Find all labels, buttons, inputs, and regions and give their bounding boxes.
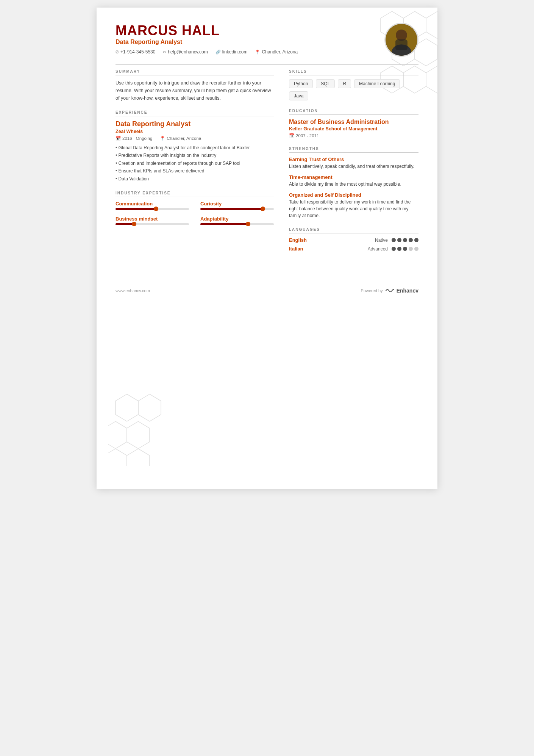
expertise-business-track	[116, 223, 189, 225]
exp-meta: 📅 2016 - Ongoing 📍 Chandler, Arizona	[116, 136, 274, 141]
experience-label: EXPERIENCE	[116, 110, 274, 114]
expertise-adaptability-dot	[246, 222, 250, 226]
strengths-divider	[289, 152, 418, 153]
footer-brand: Powered by Enhancv	[361, 288, 418, 294]
expertise-communication-label: Communication	[116, 201, 189, 207]
link-icon: 🔗	[215, 50, 221, 55]
edu-years: 📅 2007 - 2011	[289, 133, 418, 138]
expertise-adaptability-label: Adaptability	[200, 216, 274, 222]
education-section: EDUCATION Master of Business Administrat…	[289, 109, 418, 138]
svg-marker-14	[127, 449, 150, 466]
expertise-business: Business mindset	[116, 216, 189, 225]
footer-website: www.enhancv.com	[116, 288, 150, 293]
svg-marker-13	[108, 449, 127, 466]
education-divider	[289, 114, 418, 115]
svg-rect-18	[395, 39, 408, 50]
expertise-curiosity-fill	[200, 208, 263, 210]
lang-english-name: English	[289, 237, 319, 243]
expertise-communication-fill	[116, 208, 156, 210]
dot-2	[397, 238, 401, 242]
dot-5	[414, 238, 418, 242]
left-column: SUMMARY Use this opportunity to intrigue…	[116, 69, 274, 260]
strengths-label: STRENGTHS	[289, 147, 418, 151]
dot-1	[392, 238, 396, 242]
dot-i2	[397, 247, 401, 251]
summary-label: SUMMARY	[116, 69, 274, 74]
expertise-communication: Communication	[116, 201, 189, 210]
skill-java: Java	[289, 91, 308, 100]
industry-expertise-divider	[116, 197, 274, 197]
header: MARCUS HALL Data Reporting Analyst ✆ +1-…	[116, 23, 418, 57]
powered-by-text: Powered by	[361, 288, 383, 293]
strength-organized: Organized and Self Disciplined Take full…	[289, 192, 418, 219]
svg-marker-10	[138, 394, 161, 421]
contact-location: 📍 Chandler, Arizona	[255, 49, 298, 55]
skills-tags: Python SQL R Machine Learning Java	[289, 79, 418, 100]
strength-time-desc: Able to divide my time in the most optim…	[289, 181, 418, 188]
expertise-business-label: Business mindset	[116, 216, 189, 222]
exp-bullet-5: Data Validation	[116, 175, 274, 183]
skill-r: R	[338, 79, 351, 88]
lang-english-level: Native	[363, 238, 388, 243]
edu-degree: Master of Business Administration	[289, 119, 418, 125]
strength-trust-desc: Listen attentively, speak candidly, and …	[289, 163, 418, 170]
brand-name: Enhancv	[397, 288, 418, 294]
lang-english-dots	[392, 238, 418, 242]
contact-email: ✉ help@enhancv.com	[163, 49, 208, 55]
exp-date: 📅 2016 - Ongoing	[116, 136, 152, 141]
brand-logo-icon	[385, 288, 394, 294]
strengths-section: STRENGTHS Earning Trust of Others Listen…	[289, 147, 418, 219]
exp-job-title: Data Reporting Analyst	[116, 120, 274, 128]
exp-company: Zeal Wheels	[116, 129, 274, 134]
expertise-communication-track	[116, 208, 189, 210]
lang-italian-name: Italian	[289, 246, 319, 252]
skill-ml: Machine Learning	[354, 79, 400, 88]
email-icon: ✉	[163, 50, 166, 55]
strength-time-title: Time-management	[289, 174, 418, 180]
strength-trust-title: Earning Trust of Others	[289, 157, 418, 162]
avatar-image	[386, 24, 417, 56]
expertise-business-dot	[132, 222, 136, 226]
lang-english-level-wrap: Native	[319, 238, 418, 243]
experience-section: EXPERIENCE Data Reporting Analyst Zeal W…	[116, 110, 274, 183]
education-label: EDUCATION	[289, 109, 418, 113]
exp-bullet-3: Creation and implementation of reports t…	[116, 160, 274, 167]
dot-i1	[392, 247, 396, 251]
languages-label: LANGUAGES	[289, 227, 418, 232]
exp-bullet-1: Global Data Reporting Analyst for all th…	[116, 144, 274, 152]
exp-bullet-4: Ensure that KPIs and SLAs were delivered	[116, 167, 274, 175]
lang-italian-level: Advanced	[363, 246, 388, 252]
lang-italian-level-wrap: Advanced	[319, 246, 418, 252]
exp-location-icon: 📍	[160, 136, 165, 141]
svg-marker-12	[127, 421, 150, 449]
edu-school: Keller Graduate School of Management	[289, 126, 418, 131]
strength-trust: Earning Trust of Others Listen attentive…	[289, 157, 418, 170]
dot-i4	[409, 247, 413, 251]
expertise-curiosity-dot	[261, 207, 265, 211]
expertise-adaptability-track	[200, 223, 274, 225]
contact-bar: ✆ +1-914-345-5530 ✉ help@enhancv.com 🔗 l…	[116, 49, 384, 55]
skills-section: SKILLS Python SQL R Machine Learning Jav…	[289, 69, 418, 100]
candidate-title: Data Reporting Analyst	[116, 39, 384, 45]
expertise-curiosity-track	[200, 208, 274, 210]
industry-expertise-label: INDUSTRY EXPERTISE	[116, 191, 274, 195]
exp-bullet-2: Predictative Reports with insights on th…	[116, 152, 274, 159]
expertise-grid: Communication Curiosity	[116, 201, 274, 225]
dot-4	[409, 238, 413, 242]
footer: www.enhancv.com Powered by Enhancv	[97, 283, 437, 298]
content-wrapper: MARCUS HALL Data Reporting Analyst ✆ +1-…	[97, 8, 437, 275]
experience-divider	[116, 116, 274, 116]
lang-italian-dots	[392, 247, 418, 251]
resume-page: .hx{fill:none;stroke:#e0e0e0;stroke-widt…	[97, 8, 437, 489]
hex-decoration-bottom: .hx2{fill:none;stroke:#e0e0e0;stroke-wid…	[108, 390, 176, 466]
expertise-adaptability-fill	[200, 223, 248, 225]
languages-section: LANGUAGES English Native	[289, 227, 418, 252]
industry-expertise-section: INDUSTRY EXPERTISE Communication	[116, 191, 274, 225]
svg-marker-11	[108, 421, 127, 449]
exp-bullets-list: Global Data Reporting Analyst for all th…	[116, 144, 274, 183]
contact-linkedin: 🔗 linkedin.com	[215, 49, 248, 55]
strength-organized-title: Organized and Self Disciplined	[289, 192, 418, 198]
skills-divider	[289, 75, 418, 75]
dot-i3	[403, 247, 407, 251]
calendar-icon: 📅	[116, 136, 121, 141]
